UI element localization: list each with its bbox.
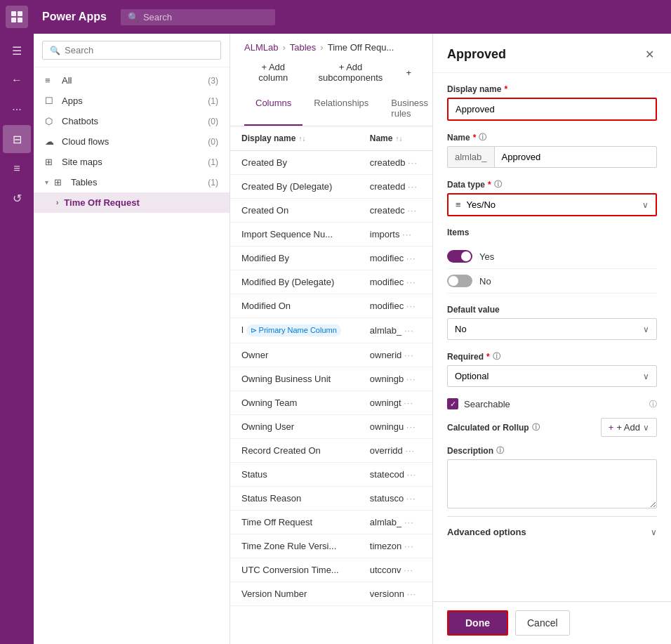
apps-icon: ☐	[45, 96, 56, 106]
table-row[interactable]: Owner ownerid ···	[230, 343, 432, 367]
table-row[interactable]: Created On createdc ···	[230, 199, 432, 223]
done-button[interactable]: Done	[447, 610, 508, 636]
sidebar-item-chatbots[interactable]: ⬡ Chatbots (0)	[34, 111, 230, 131]
row-dots-menu[interactable]: ···	[404, 350, 414, 360]
row-dots-menu[interactable]: ···	[406, 253, 416, 263]
desc-info-icon[interactable]: ⓘ	[496, 445, 504, 456]
display-name-input[interactable]	[447, 98, 657, 121]
cancel-button[interactable]: Cancel	[515, 610, 570, 636]
name-field-row: almlab_ Approved	[447, 146, 657, 168]
advanced-options-row[interactable]: Advanced options ∨	[447, 516, 657, 547]
row-dots-menu[interactable]: ···	[406, 277, 416, 287]
table-row[interactable]: Modified By modifiec ···	[230, 247, 432, 270]
row-name: almlab_	[370, 325, 402, 336]
sidebar-list-icon[interactable]: ≡	[3, 155, 31, 183]
row-dots-menu[interactable]: ···	[404, 325, 414, 336]
row-dots-menu[interactable]: ···	[404, 397, 413, 408]
sidebar-item-time-off-request[interactable]: › Time Off Request	[34, 192, 230, 213]
row-dots-menu[interactable]: ···	[402, 229, 412, 239]
tab-relationships[interactable]: Relationships	[303, 92, 380, 126]
row-dots-menu[interactable]: ···	[407, 589, 417, 599]
searchable-info-icon[interactable]: ⓘ	[649, 399, 657, 409]
table-row[interactable]: Time Off Request almlab_ ···	[230, 511, 432, 534]
sidebar-item-tables-label: Tables	[71, 177, 202, 188]
calc-row: Calculated or Rollup ⓘ + + Add ∨	[447, 418, 657, 437]
table-row[interactable]: Status Reason statusco ···	[230, 487, 432, 511]
sidebar-back-icon[interactable]: ←	[3, 66, 31, 94]
data-type-group: Data type * ⓘ ≡ Yes/No ∨	[447, 179, 657, 216]
sidebar-item-site-maps[interactable]: ⊞ Site maps (1)	[34, 152, 230, 172]
name-info-icon[interactable]: ⓘ	[479, 132, 486, 143]
sidebar-item-tables[interactable]: ▾ ⊞ Tables (1)	[34, 172, 230, 192]
calc-label: Calculated or Rollup ⓘ	[447, 422, 540, 433]
calc-info-icon[interactable]: ⓘ	[532, 422, 540, 433]
required-select[interactable]: Optional ∨	[447, 365, 657, 387]
sidebar-item-apps-label: Apps	[62, 96, 202, 106]
data-type-info-icon[interactable]: ⓘ	[494, 179, 502, 190]
row-dots-menu[interactable]: ···	[405, 445, 415, 456]
row-dots-menu[interactable]: ···	[406, 493, 416, 504]
add-column-button[interactable]: + Add column	[244, 58, 303, 86]
row-dots-menu[interactable]: ···	[408, 181, 418, 192]
sidebar-dots-icon[interactable]: ···	[3, 96, 31, 124]
table-row[interactable]: Owning User owningu ···	[230, 415, 432, 439]
row-dots-menu[interactable]: ···	[404, 565, 413, 575]
row-display-name: Modified By	[241, 253, 289, 263]
panel-close-button[interactable]: ✕	[642, 45, 657, 64]
nav-search-box[interactable]: 🔍	[42, 41, 221, 60]
toggle-no-switch[interactable]	[447, 275, 472, 287]
row-dots-menu[interactable]: ···	[406, 421, 416, 432]
top-search-input[interactable]	[143, 12, 268, 22]
table-row[interactable]: Modified By (Delegate) modifiec ···	[230, 270, 432, 294]
nav-search-input[interactable]	[65, 45, 213, 55]
breadcrumb-tables[interactable]: Tables	[290, 42, 317, 53]
row-dots-menu[interactable]: ···	[406, 301, 416, 311]
toggle-yes-switch[interactable]	[447, 250, 472, 263]
table-row[interactable]: Status statecod ···	[230, 463, 432, 487]
table-row[interactable]: Record Created On overridd ···	[230, 439, 432, 463]
tab-columns[interactable]: Columns	[244, 92, 303, 126]
table-row[interactable]: Created By createdb ···	[230, 151, 432, 175]
col-display-name[interactable]: Display name ↑↓	[230, 126, 359, 151]
row-dots-menu[interactable]: ···	[407, 205, 417, 216]
table-row[interactable]: Import Sequence Nu... imports ···	[230, 223, 432, 247]
sidebar-item-cloud-flows[interactable]: ☁ Cloud flows (0)	[34, 131, 230, 152]
row-dots-menu[interactable]: ···	[406, 374, 416, 384]
row-display-name: Status Reason	[241, 493, 301, 504]
add-calc-button[interactable]: + + Add ∨	[601, 418, 657, 437]
searchable-checkbox[interactable]: ✓	[447, 398, 458, 409]
chatbots-icon: ⬡	[45, 116, 56, 126]
table-row[interactable]: Time Zone Rule Versi... timezon ···	[230, 534, 432, 558]
data-type-select[interactable]: ≡ Yes/No ∨	[447, 193, 657, 216]
row-display-name: Import Sequence Nu...	[241, 229, 333, 239]
row-dots-menu[interactable]: ···	[404, 517, 414, 527]
required-info-icon[interactable]: ⓘ	[493, 351, 500, 362]
row-dots-menu[interactable]: ···	[404, 541, 414, 551]
sidebar-table-icon[interactable]: ⊟	[3, 125, 31, 153]
description-textarea[interactable]	[447, 459, 657, 508]
add-subcomponents-button[interactable]: + Add subcomponents	[308, 58, 394, 86]
default-value-select[interactable]: No ∨	[447, 318, 657, 340]
table-row[interactable]: Owning Business Unit owningb ···	[230, 367, 432, 391]
row-dots-menu[interactable]: ···	[408, 157, 418, 168]
sidebar-history-icon[interactable]: ↺	[3, 184, 31, 212]
top-search-box[interactable]: 🔍	[121, 9, 275, 25]
content-area: 🔍 ≡ All (3) ☐ Apps (1) ⬡ Chatbots	[34, 34, 671, 644]
table-row[interactable]: UTC Conversion Time... utcconv ···	[230, 558, 432, 582]
default-value-text: No	[455, 324, 467, 334]
sidebar-item-all[interactable]: ≡ All (3)	[34, 70, 230, 91]
row-name: timezon	[370, 541, 402, 551]
table-row[interactable]: l ⊳ Primary Name Column almlab_ ···	[230, 318, 432, 343]
tab-business-rules[interactable]: Business rules	[380, 92, 432, 126]
breadcrumb-almlab[interactable]: ALMLab	[244, 42, 278, 53]
data-type-chevron-icon: ∨	[642, 200, 649, 210]
table-row[interactable]: Modified On modifiec ···	[230, 294, 432, 318]
add-more-button[interactable]: +	[399, 64, 418, 81]
col-name[interactable]: Name ↑↓	[359, 126, 432, 151]
table-row[interactable]: Owning Team owningt ···	[230, 391, 432, 415]
sidebar-item-apps[interactable]: ☐ Apps (1)	[34, 91, 230, 111]
sidebar-home-icon[interactable]: ☰	[3, 37, 31, 65]
row-dots-menu[interactable]: ···	[407, 469, 417, 480]
table-row[interactable]: Version Number versionn ···	[230, 582, 432, 606]
table-row[interactable]: Created By (Delegate) createdd ···	[230, 175, 432, 199]
